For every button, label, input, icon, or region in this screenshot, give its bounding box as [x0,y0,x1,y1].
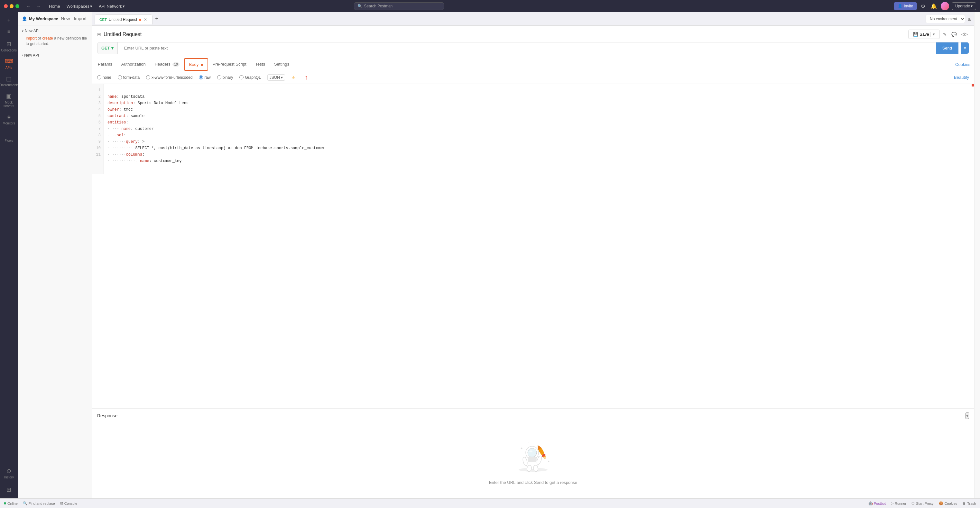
add-workspace-icon: ⊞ [6,486,11,493]
add-workspace-button[interactable]: ⊞ [1,484,17,496]
request-icon: ⊞ [97,32,101,37]
add-sidebar-button[interactable]: + [5,15,13,26]
tab-authorization[interactable]: Authorization [117,59,150,70]
minimize-button[interactable] [10,4,14,8]
maximize-button[interactable] [16,4,19,8]
response-title: Response [97,413,118,418]
url-input[interactable] [120,43,933,54]
import-link[interactable]: Import [26,36,37,41]
postbot-button[interactable]: 🤖 Postbot [869,501,886,505]
format-raw[interactable]: raw [199,75,210,80]
save-dropdown-arrow[interactable]: ▾ [931,32,935,37]
format-urlencoded[interactable]: x-www-form-urlencoded [146,75,192,80]
api-network-nav[interactable]: API Network ▾ [96,3,127,10]
sidebar-item-apis[interactable]: ⌨ APIs [1,55,17,72]
upgrade-button[interactable]: Upgrade ▾ [952,2,976,10]
body-format-bar: none form-data x-www-form-urlencoded raw… [92,71,974,84]
sidebar-sub-section-toggle[interactable]: › New API [18,52,92,59]
runner-icon: ▷ [891,501,894,505]
workspaces-nav[interactable]: Workspaces ▾ [64,3,95,10]
environment-select[interactable]: No environment [926,15,965,23]
tab-settings[interactable]: Settings [270,59,294,70]
sidebar-item-mock-servers[interactable]: ▣ Mock servers [1,90,17,110]
create-link[interactable]: create [42,36,53,41]
send-button[interactable]: Send [936,43,958,54]
req-tabs-right: Cookies [953,62,973,67]
collections-icon: ⊞ [6,41,11,48]
tab-bar: GET Untitled Request ✕ + No environment … [92,12,974,26]
tab-headers[interactable]: Headers 10 [150,59,184,70]
beautify-button[interactable]: Beautify [954,75,969,80]
bell-icon[interactable]: 🔔 [929,2,938,11]
tab-close-button[interactable]: ✕ [143,17,148,22]
sidebar-item-history[interactable]: ⊙ History [1,465,17,482]
sidebar-item-flows[interactable]: ⋮ Flows [1,128,17,145]
edit-button[interactable]: ✎ [942,30,948,38]
cookies-status-button[interactable]: 🍪 Cookies [939,501,958,505]
online-dot [4,502,6,505]
sidebar-item-collections[interactable]: ⊞ Collections [1,38,17,55]
mock-servers-icon: ▣ [6,93,11,100]
console-button[interactable]: ⊡ Console [60,501,77,505]
format-options: none form-data x-www-form-urlencoded raw… [97,74,296,81]
filter-button[interactable]: ≡ [5,26,13,37]
titlebar: ← → Home Workspaces ▾ API Network ▾ 🔍 Se… [0,0,980,12]
runner-button[interactable]: ▷ Runner [891,501,906,505]
code-editor[interactable]: 1 2 3 4 5 6 7 8 9 10 11 name: sportsdata… [92,84,974,408]
sidebar-panel: 👤 My Workspace New Import ▾ New API Impo… [18,12,92,498]
find-replace-button[interactable]: 🔍 Find and replace [23,501,55,505]
request-title: ⊞ Untitled Request [97,32,142,37]
workspace-icon: 👤 [22,16,27,21]
cookies-link[interactable]: Cookies [953,59,973,70]
right-panel-toggle[interactable]: ‹ [974,12,980,498]
format-none[interactable]: none [97,75,111,80]
new-button[interactable]: New [59,16,71,22]
status-online[interactable]: Online [4,502,18,505]
url-bar: GET ▾ Send ▾ [97,42,969,54]
tab-body[interactable]: Body [184,58,208,71]
response-header: Response ▾ [97,413,969,419]
flows-icon: ⋮ [6,131,12,138]
astronaut-illustration: ✦ ✦ · [511,435,556,474]
tab-params[interactable]: Params [93,59,117,70]
code-content[interactable]: name: sportsdata description: Sports Dat… [103,84,974,174]
avatar[interactable] [941,2,949,10]
new-tab-button[interactable]: + [153,14,161,24]
sidebar-panel-header: 👤 My Workspace New Import [18,12,92,25]
forward-button[interactable]: → [34,2,43,10]
tab-pre-request[interactable]: Pre-request Script [208,59,251,70]
search-icon: 🔍 [358,4,362,8]
send-dropdown-arrow[interactable]: ▾ [961,43,969,54]
tab-untitled-request[interactable]: GET Untitled Request ✕ [95,14,153,24]
sidebar-section-toggle[interactable]: ▾ New API [18,27,92,34]
invite-button[interactable]: 👤 Invite [894,2,917,10]
settings-icon[interactable]: ⚙ [920,2,927,11]
home-nav[interactable]: Home [46,3,63,10]
import-button[interactable]: Import [72,16,88,22]
format-graphql[interactable]: GraphQL [239,75,261,80]
method-select[interactable]: GET ▾ [97,43,118,54]
json-format-select[interactable]: JSON ▾ [267,74,285,81]
format-binary[interactable]: binary [217,75,233,80]
grid-view-button[interactable]: ⊞ [968,16,972,22]
svg-text:·: · [528,441,529,443]
save-button[interactable]: 💾 Save ▾ [908,30,940,39]
titlebar-right: 👤 Invite ⚙ 🔔 Upgrade ▾ [894,2,976,11]
search-bar[interactable]: 🔍 Search Postman [354,2,444,10]
code-button[interactable]: </> [960,30,969,38]
response-collapse-button[interactable]: ▾ [966,413,969,419]
back-button[interactable]: ← [24,2,33,10]
comment-button[interactable]: 💬 [950,30,958,38]
tab-tests[interactable]: Tests [251,59,270,70]
status-bar: Online 🔍 Find and replace ⊡ Console 🤖 Po… [0,498,980,508]
nav-arrows: ← → [24,2,43,10]
close-button[interactable] [4,4,8,8]
start-proxy-button[interactable]: ⬡ Start Proxy [912,501,933,505]
format-form-data[interactable]: form-data [118,75,140,80]
body-unsaved-dot [201,64,203,66]
trash-icon: 🗑 [962,502,966,505]
warning-icon: ⚠ [291,75,296,80]
sidebar-item-monitors[interactable]: ◈ Monitors [1,111,17,128]
sidebar-item-environments[interactable]: ◫ Environments [1,73,17,89]
trash-button[interactable]: 🗑 Trash [962,502,976,505]
